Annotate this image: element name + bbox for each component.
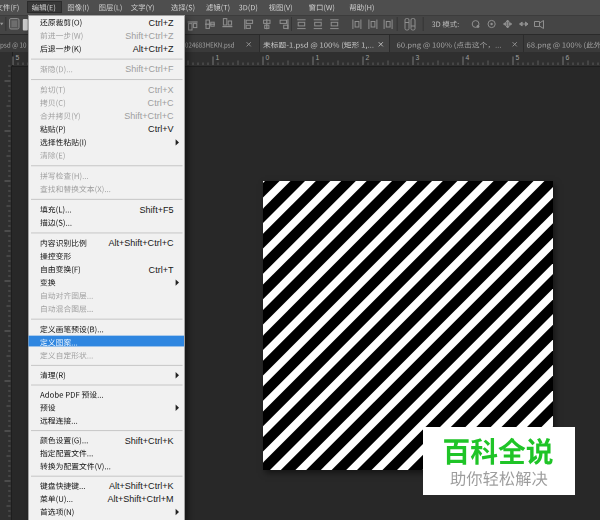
svg-text:Alt+Ctrl+Z: Alt+Ctrl+Z — [133, 44, 174, 54]
svg-text:Shift+Ctrl+K: Shift+Ctrl+K — [125, 436, 174, 446]
svg-text:Ctrl+T: Ctrl+T — [149, 265, 174, 275]
svg-text:Ctrl+C: Ctrl+C — [148, 98, 174, 108]
svg-text:Alt+Shift+Ctrl+M: Alt+Shift+Ctrl+M — [107, 494, 173, 504]
svg-text:Ctrl+X: Ctrl+X — [148, 85, 173, 95]
svg-text:Ctrl+V: Ctrl+V — [148, 124, 173, 134]
svg-text:Alt+Shift+Ctrl+C: Alt+Shift+Ctrl+C — [108, 238, 174, 248]
svg-text:Alt+Shift+Ctrl+K: Alt+Shift+Ctrl+K — [109, 481, 174, 491]
svg-text:Ctrl+Z: Ctrl+Z — [149, 18, 174, 28]
svg-text:Shift+Ctrl+C: Shift+Ctrl+C — [124, 111, 174, 121]
svg-text:Shift+Ctrl+F: Shift+Ctrl+F — [125, 64, 174, 74]
svg-text:Shift+Ctrl+Z: Shift+Ctrl+Z — [125, 31, 174, 41]
svg-text:Shift+F5: Shift+F5 — [140, 205, 174, 215]
